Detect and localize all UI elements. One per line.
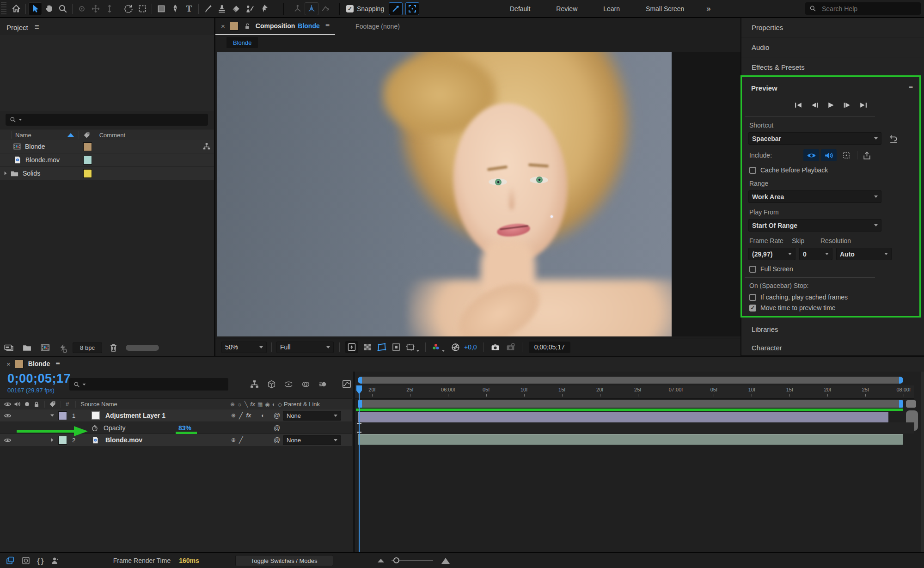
timeline-search-input[interactable] [89,380,211,388]
zoom-in-icon[interactable] [441,558,450,564]
footage-tab[interactable]: Footage (none) [355,23,400,30]
panel-header-character[interactable]: Character [741,340,924,355]
puppet-pin-tool[interactable] [257,2,270,15]
parent-link-column-header[interactable]: Parent & Link [284,401,320,408]
rotation-tool[interactable] [122,2,135,15]
comp-mini-flowchart-button[interactable] [250,379,259,389]
roto-brush-tool[interactable] [243,2,257,15]
project-panel-menu-icon[interactable]: ≡ [35,23,39,32]
channel-button[interactable] [431,342,441,352]
snapping-checkbox[interactable] [346,5,354,12]
source-name-column-header[interactable]: Source Name [80,401,117,408]
layer-bar-blonde-mov[interactable] [358,434,903,445]
zoom-slider-knob[interactable] [393,557,399,563]
skip-dropdown[interactable]: 0 [799,248,832,260]
help-search[interactable] [805,2,921,15]
home-tool[interactable] [9,2,23,15]
timeline-vertical-scrollbar[interactable] [921,372,924,552]
show-snapshot-button[interactable] [506,342,515,352]
workspace-tab-learn[interactable]: Learn [590,5,633,12]
layer-color-swatch[interactable] [58,411,67,420]
close-tab-icon[interactable]: × [6,360,11,368]
quality-switch-icon[interactable]: ╱ [239,412,243,419]
panel-header-audio[interactable]: Audio [741,37,924,57]
property-name[interactable]: Opacity [104,424,125,432]
world-axis-mode[interactable] [305,2,318,15]
include-overlays-button[interactable] [838,149,854,161]
range-dropdown[interactable]: Work Area [748,190,881,203]
include-video-button[interactable] [803,149,819,161]
close-tab-icon[interactable]: × [221,22,225,30]
project-search[interactable] [6,114,208,126]
resolution-dropdown[interactable]: Full [276,342,334,353]
workspace-overflow-button[interactable]: » [697,4,720,13]
parent-pickwhip-icon[interactable]: @ [274,412,280,419]
label-color-swatch[interactable] [83,169,92,178]
property-pickwhip-icon[interactable]: @ [274,424,280,432]
new-folder-button[interactable] [22,343,32,353]
mask-visibility-button[interactable] [377,342,387,352]
new-composition-button[interactable] [40,342,50,353]
viewer-tab-blonde[interactable]: Blonde [226,37,258,48]
preview-panel-menu-icon[interactable]: ≡ [909,84,913,92]
eraser-tool[interactable] [229,2,243,15]
resolution-preview-dropdown[interactable]: Auto [836,248,892,260]
cache-before-playback-checkbox[interactable] [749,167,756,174]
pen-tool[interactable] [168,2,182,15]
expand-layer-chevron-icon[interactable] [50,415,54,417]
playhead-line[interactable] [359,385,360,552]
if-caching-row[interactable]: If caching, play cached frames [749,293,919,301]
delete-item-button[interactable] [109,343,118,353]
expand-layer-switches-button[interactable] [6,556,15,565]
work-area-end-handle[interactable] [899,400,903,408]
comp-tab-menu-icon[interactable]: ≡ [325,22,330,30]
guides-grid-button[interactable] [405,342,415,352]
collapse-switch-icon[interactable]: ⊕ [231,437,236,443]
if-caching-checkbox[interactable] [749,294,756,301]
property-value[interactable]: 83% [178,424,191,432]
channel-chevron-icon[interactable] [442,350,445,352]
snap-along-edges-button[interactable] [389,2,403,15]
exposure-icon[interactable] [451,342,460,352]
timeline-search[interactable] [69,378,228,391]
label-color-swatch[interactable] [83,142,92,151]
layer-color-swatch[interactable] [58,436,67,445]
orbit-camera-tool[interactable] [75,2,89,15]
magnification-dropdown[interactable]: 50% [221,342,267,353]
play-button[interactable] [826,102,835,109]
layer-name[interactable]: Adjustment Layer 1 [105,412,165,419]
region-of-interest-button[interactable] [392,342,401,352]
fx-switch-icon[interactable]: fx [246,412,251,419]
parent-dropdown[interactable]: None [283,411,341,421]
full-screen-checkbox[interactable] [749,266,756,273]
expand-transfer-controls-button[interactable] [21,556,31,565]
workspace-tab-review[interactable]: Review [543,5,590,12]
toggle-switches-modes-button[interactable]: Toggle Switches / Modes [235,555,333,566]
expand-in-out-button[interactable]: { } [37,557,44,565]
grid-options-chevron-icon[interactable] [416,350,419,352]
composition-tab[interactable]: × Composition Blonde ≡ [215,18,335,35]
project-scroll-pill[interactable] [126,345,159,351]
last-frame-button[interactable] [859,102,868,109]
preview-favoring-icon[interactable] [862,151,872,160]
collapse-switch-icon[interactable]: ⊕ [231,412,236,419]
shape-tool[interactable] [154,2,168,15]
hide-shy-layers-button[interactable] [284,379,294,389]
brush-tool[interactable] [201,2,215,15]
play-from-dropdown[interactable]: Start Of Range [748,219,881,232]
quality-switch-icon[interactable]: ╱ [239,436,243,444]
label-color-swatch[interactable] [83,156,92,165]
exposure-value[interactable]: +0,0 [464,343,477,351]
timeline-zoom-slider[interactable] [392,560,433,561]
panel-header-libraries[interactable]: Libraries [741,319,924,339]
layer-visibility-icon[interactable] [4,412,12,420]
zoom-out-icon[interactable] [378,559,384,562]
unlock-icon[interactable] [243,22,251,30]
workspace-tab-default[interactable]: Default [497,5,543,12]
local-axis-mode[interactable] [291,2,305,15]
render-time-pane-button[interactable] [50,556,60,565]
work-area-bar[interactable] [358,400,903,408]
view-axis-mode[interactable] [318,2,332,15]
stopwatch-icon[interactable] [91,424,99,432]
project-search-input[interactable] [25,116,194,124]
